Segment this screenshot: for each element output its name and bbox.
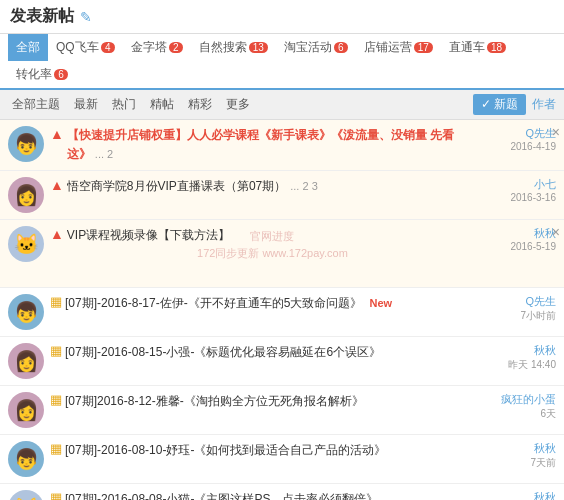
- post-author[interactable]: 秋秋: [486, 490, 556, 500]
- post-title[interactable]: VIP课程视频录像【下载方法】: [67, 228, 230, 242]
- post-content: VIP课程视频录像【下载方法】 官网进度172同步更新 www.172pay.c…: [67, 226, 478, 280]
- tab-badge: 4: [101, 42, 115, 53]
- post-title[interactable]: [07期]-2016-08-08-小猫-《主图这样PS，点击率必须翻倍》.: [65, 492, 382, 500]
- sub-actions: ✓ 新题 作者: [473, 94, 556, 115]
- tab-label: QQ飞车: [56, 39, 99, 56]
- post-meta: 秋秋 7天前: [486, 441, 556, 470]
- post-content: [07期]-2016-08-15-小强-《标题优化最容易融延在6个误区》: [65, 343, 478, 362]
- avatar: 👩: [8, 177, 44, 213]
- post-item: 🐱 ▦ [07期]-2016-08-08-小猫-《主图这样PS，点击率必须翻倍》…: [0, 484, 564, 500]
- tab-item-店铺运营[interactable]: 店铺运营17: [356, 34, 441, 61]
- sub-link-3[interactable]: 精帖: [146, 94, 178, 115]
- post-meta: 疯狂的小蛋 6天: [486, 392, 556, 421]
- post-meta: Q先生 2016-4-19: [486, 126, 556, 152]
- avatar: 👩: [8, 392, 44, 428]
- avatar: 🐱: [8, 226, 44, 262]
- post-author[interactable]: 秋秋: [486, 441, 556, 456]
- post-title[interactable]: 悟空商学院8月份VIP直播课表（第07期）: [67, 179, 286, 193]
- author-filter[interactable]: 作者: [532, 96, 556, 113]
- post-icons: ▦: [50, 392, 65, 407]
- post-time: 昨天 14:40: [486, 358, 556, 372]
- post-extra: ... 2: [95, 148, 113, 160]
- tabs-bar: 全部QQ飞车4金字塔2自然搜索13淘宝活动6店铺运营17直通车18转化率6: [0, 34, 564, 90]
- sub-links: 全部主题最新热门精帖精彩更多: [8, 94, 254, 115]
- sub-link-5[interactable]: 更多: [222, 94, 254, 115]
- post-icons: ▦: [50, 294, 65, 309]
- post-content: 【快速提升店铺权重】人人必学课程《新手课表》《泼流量、没销量 先看这》... 2: [67, 126, 478, 164]
- new-badge: New: [366, 297, 392, 309]
- post-time: 7小时前: [486, 309, 556, 323]
- sub-link-2[interactable]: 热门: [108, 94, 140, 115]
- tab-item-全部[interactable]: 全部: [8, 34, 48, 61]
- tab-item-淘宝活动[interactable]: 淘宝活动6: [276, 34, 356, 61]
- post-item: 👩 ▦ [07期]2016-8-12-雅馨-《淘拍购全方位无死角报名解析》 疯狂…: [0, 386, 564, 435]
- post-time: 7天前: [486, 456, 556, 470]
- post-title[interactable]: [07期]-2016-8-17-佐伊-《开不好直通车的5大致命问题》: [65, 296, 362, 310]
- post-author[interactable]: Q先生: [486, 126, 556, 141]
- post-item: 👦 ▲ 【快速提升店铺权重】人人必学课程《新手课表》《泼流量、没销量 先看这》.…: [0, 120, 564, 171]
- post-list: 👦 ▲ 【快速提升店铺权重】人人必学课程《新手课表》《泼流量、没销量 先看这》.…: [0, 120, 564, 500]
- post-meta: 小七 2016-3-16: [486, 177, 556, 203]
- folder-icon: ▦: [50, 441, 62, 456]
- sub-toolbar: 全部主题最新热门精帖精彩更多 ✓ 新题 作者: [0, 90, 564, 120]
- post-title[interactable]: [07期]2016-8-12-雅馨-《淘拍购全方位无死角报名解析》: [65, 394, 364, 408]
- pin-icon: ▲: [50, 126, 64, 142]
- post-pages: ... 2 3: [290, 180, 318, 192]
- post-time: 2016-5-19: [486, 241, 556, 252]
- tab-badge: 2: [169, 42, 183, 53]
- tab-item-自然搜索[interactable]: 自然搜索13: [191, 34, 276, 61]
- avatar: 👦: [8, 126, 44, 162]
- new-post-button[interactable]: ✓ 新题: [473, 94, 526, 115]
- post-item: 👩 ▲ 悟空商学院8月份VIP直播课表（第07期）... 2 3 小七 2016…: [0, 171, 564, 220]
- tab-item-直通车[interactable]: 直通车18: [441, 34, 514, 61]
- avatar: 👦: [8, 441, 44, 477]
- post-time: 6天: [486, 407, 556, 421]
- tab-badge: 13: [249, 42, 268, 53]
- post-icons: ▦: [50, 343, 65, 358]
- close-button[interactable]: ×: [552, 224, 560, 240]
- folder-icon: ▦: [50, 490, 62, 500]
- tab-item-金字塔[interactable]: 金字塔2: [123, 34, 191, 61]
- post-icons: ▦: [50, 490, 65, 500]
- post-meta: 秋秋 昨天 14:40: [486, 343, 556, 372]
- tab-item-转化率[interactable]: 转化率6: [8, 61, 76, 88]
- sub-link-1[interactable]: 最新: [70, 94, 102, 115]
- avatar: 👦: [8, 294, 44, 330]
- tab-label: 店铺运营: [364, 39, 412, 56]
- post-content: [07期]2016-8-12-雅馨-《淘拍购全方位无死角报名解析》: [65, 392, 478, 411]
- tab-badge: 6: [54, 69, 68, 80]
- post-item: 👦 ▦ [07期]-2016-8-17-佐伊-《开不好直通车的5大致命问题》 N…: [0, 288, 564, 337]
- post-author[interactable]: 小七: [486, 177, 556, 192]
- post-time: 2016-4-19: [486, 141, 556, 152]
- tab-label: 直通车: [449, 39, 485, 56]
- sub-link-4[interactable]: 精彩: [184, 94, 216, 115]
- avatar: 👩: [8, 343, 44, 379]
- post-item: 👩 ▦ [07期]-2016-08-15-小强-《标题优化最容易融延在6个误区》…: [0, 337, 564, 386]
- tab-badge: 17: [414, 42, 433, 53]
- post-author[interactable]: 秋秋: [486, 226, 556, 241]
- post-icons: ▲: [50, 177, 67, 193]
- post-author[interactable]: 疯狂的小蛋: [486, 392, 556, 407]
- page-title: 发表新帖: [10, 6, 74, 27]
- folder-icon: ▦: [50, 343, 62, 358]
- post-author[interactable]: 秋秋: [486, 343, 556, 358]
- post-title[interactable]: [07期]-2016-08-15-小强-《标题优化最容易融延在6个误区》: [65, 345, 381, 359]
- post-icons: ▦: [50, 441, 65, 456]
- sub-link-0[interactable]: 全部主题: [8, 94, 64, 115]
- post-title[interactable]: 【快速提升店铺权重】人人必学课程《新手课表》《泼流量、没销量 先看这》: [67, 128, 454, 161]
- post-title[interactable]: [07期]-2016-08-10-妤珏-《如何找到最适合自己产品的活动》: [65, 443, 386, 457]
- close-button[interactable]: ×: [552, 124, 560, 140]
- post-item: 👦 ▦ [07期]-2016-08-10-妤珏-《如何找到最适合自己产品的活动》…: [0, 435, 564, 484]
- tab-label: 淘宝活动: [284, 39, 332, 56]
- avatar: 🐱: [8, 490, 44, 500]
- post-meta: Q先生 7小时前: [486, 294, 556, 323]
- post-meta: 秋秋 2016-8-9: [486, 490, 556, 500]
- edit-icon[interactable]: ✎: [80, 9, 92, 25]
- post-content: [07期]-2016-8-17-佐伊-《开不好直通车的5大致命问题》 New: [65, 294, 478, 313]
- folder-icon: ▦: [50, 392, 62, 407]
- post-author[interactable]: Q先生: [486, 294, 556, 309]
- pin-icon: ▲: [50, 226, 64, 242]
- tab-item-QQ飞车[interactable]: QQ飞车4: [48, 34, 123, 61]
- header-bar: 发表新帖 ✎: [0, 0, 564, 34]
- pin-icon: ▲: [50, 177, 64, 193]
